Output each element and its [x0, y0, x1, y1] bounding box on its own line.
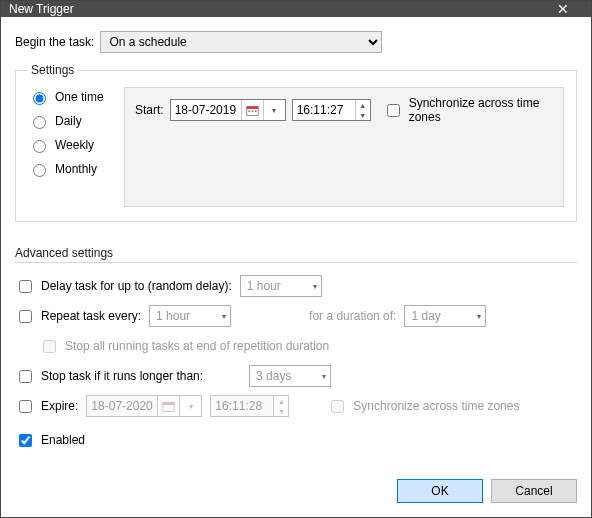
spin-up-icon[interactable]: ▲ — [274, 396, 288, 406]
stop-longer-combo[interactable]: 3 days ▾ — [249, 365, 331, 387]
radio-daily-input[interactable] — [33, 116, 46, 129]
time-spinner[interactable]: ▲ ▼ — [355, 100, 370, 120]
repeat-value: 1 hour — [156, 309, 190, 323]
settings-group: Settings One time Daily Weekly — [15, 63, 577, 222]
expire-date-field[interactable]: ▾ — [86, 395, 202, 417]
repeat-input[interactable] — [19, 310, 32, 323]
radio-daily[interactable]: Daily — [28, 113, 114, 129]
enabled-label: Enabled — [41, 433, 85, 447]
advanced-legend: Advanced settings — [15, 246, 577, 263]
start-date-field[interactable]: ▾ — [170, 99, 286, 121]
radio-one-time-label: One time — [55, 90, 104, 104]
radio-one-time[interactable]: One time — [28, 89, 114, 105]
window-title: New Trigger — [9, 2, 543, 16]
stop-repetition-label: Stop all running tasks at end of repetit… — [65, 339, 329, 353]
chevron-down-icon: ▾ — [214, 312, 226, 321]
stop-longer-checkbox[interactable]: Stop task if it runs longer than: — [15, 367, 203, 386]
advanced-group: Advanced settings Delay task for up to (… — [15, 246, 577, 459]
cancel-button[interactable]: Cancel — [491, 479, 577, 503]
spin-up-icon[interactable]: ▲ — [356, 100, 370, 110]
expire-time-field[interactable]: ▲ ▼ — [210, 395, 289, 417]
delay-input[interactable] — [19, 280, 32, 293]
chevron-down-icon: ▾ — [305, 282, 317, 291]
start-label: Start: — [135, 103, 164, 117]
begin-task-select[interactable]: On a schedule — [100, 31, 382, 53]
radio-weekly-label: Weekly — [55, 138, 94, 152]
stop-repetition-checkbox: Stop all running tasks at end of repetit… — [39, 337, 329, 356]
expire-sync-tz-checkbox: Synchronize across time zones — [327, 397, 519, 416]
repeat-label: Repeat task every: — [41, 309, 141, 323]
stop-longer-value: 3 days — [256, 369, 291, 383]
chevron-down-icon: ▾ — [469, 312, 481, 321]
expire-checkbox[interactable]: Expire: — [15, 397, 78, 416]
settings-legend: Settings — [28, 63, 77, 77]
radio-daily-label: Daily — [55, 114, 82, 128]
radio-one-time-input[interactable] — [33, 92, 46, 105]
svg-rect-3 — [251, 110, 253, 112]
delay-label: Delay task for up to (random delay): — [41, 279, 232, 293]
radio-monthly-label: Monthly — [55, 162, 97, 176]
calendar-icon[interactable] — [241, 100, 263, 120]
schedule-panel: Start: ▾ ▲ ▼ — [124, 87, 564, 207]
stop-longer-input[interactable] — [19, 370, 32, 383]
expire-sync-tz-label: Synchronize across time zones — [353, 399, 519, 413]
svg-rect-1 — [247, 106, 258, 108]
expire-label: Expire: — [41, 399, 78, 413]
spin-down-icon[interactable]: ▼ — [274, 406, 288, 416]
radio-weekly-input[interactable] — [33, 140, 46, 153]
svg-rect-4 — [255, 110, 257, 112]
delay-combo[interactable]: 1 hour ▾ — [240, 275, 322, 297]
expire-input[interactable] — [19, 400, 32, 413]
sync-tz-label: Synchronize across time zones — [409, 96, 553, 124]
start-date-input[interactable] — [171, 100, 241, 120]
repeat-combo[interactable]: 1 hour ▾ — [149, 305, 231, 327]
sync-tz-input[interactable] — [387, 104, 400, 117]
spin-down-icon[interactable]: ▼ — [356, 110, 370, 120]
delay-checkbox[interactable]: Delay task for up to (random delay): — [15, 277, 232, 296]
begin-task-label: Begin the task: — [15, 35, 94, 49]
expire-date-input[interactable] — [87, 396, 157, 416]
start-time-input[interactable] — [293, 100, 355, 120]
ok-button[interactable]: OK — [397, 479, 483, 503]
repeat-checkbox[interactable]: Repeat task every: — [15, 307, 141, 326]
svg-rect-2 — [248, 110, 250, 112]
enabled-checkbox[interactable]: Enabled — [15, 431, 85, 450]
repeat-duration-combo[interactable]: 1 day ▾ — [404, 305, 486, 327]
stop-repetition-input — [43, 340, 56, 353]
sync-tz-checkbox[interactable]: Synchronize across time zones — [383, 96, 553, 124]
dialog-footer: OK Cancel — [1, 469, 591, 518]
close-icon[interactable]: ✕ — [543, 1, 583, 17]
expire-sync-tz-input — [331, 400, 344, 413]
repeat-duration-label: for a duration of: — [309, 309, 396, 323]
svg-rect-6 — [163, 402, 174, 404]
start-time-field[interactable]: ▲ ▼ — [292, 99, 371, 121]
calendar-icon[interactable] — [157, 396, 179, 416]
enabled-input[interactable] — [19, 434, 32, 447]
time-spinner[interactable]: ▲ ▼ — [273, 396, 288, 416]
stop-longer-label: Stop task if it runs longer than: — [41, 369, 203, 383]
radio-monthly-input[interactable] — [33, 164, 46, 177]
titlebar: New Trigger ✕ — [1, 1, 591, 17]
chevron-down-icon[interactable]: ▾ — [263, 100, 285, 120]
chevron-down-icon[interactable]: ▾ — [179, 396, 201, 416]
delay-value: 1 hour — [247, 279, 281, 293]
expire-time-input[interactable] — [211, 396, 273, 416]
repeat-duration-value: 1 day — [411, 309, 440, 323]
chevron-down-icon: ▾ — [314, 372, 326, 381]
radio-weekly[interactable]: Weekly — [28, 137, 114, 153]
radio-monthly[interactable]: Monthly — [28, 161, 114, 177]
